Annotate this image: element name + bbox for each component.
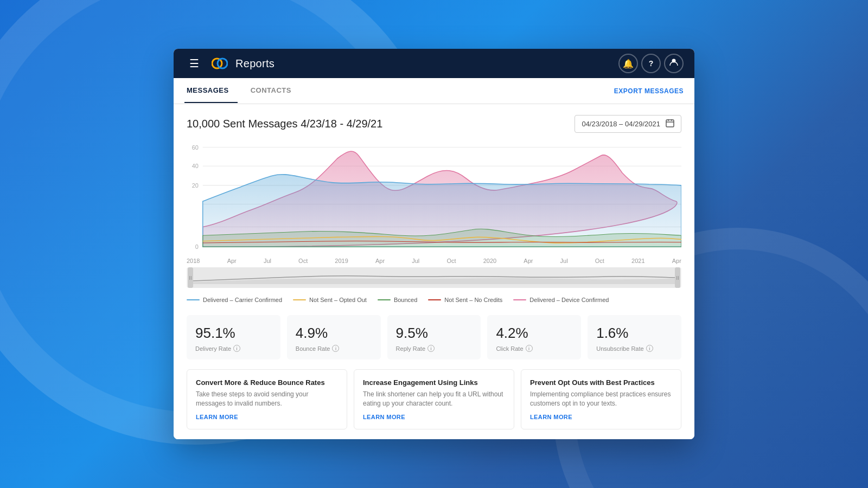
- legend-label-bounced: Bounced: [394, 297, 417, 303]
- chart-title: 10,000 Sent Messages 4/23/18 - 4/29/21: [187, 118, 382, 130]
- user-button[interactable]: [664, 54, 684, 73]
- date-range-picker[interactable]: 04/23/2018 – 04/29/2021: [575, 115, 681, 133]
- chart-svg: 60 40 20 0: [187, 142, 681, 255]
- stat-label-unsubscribe: Unsubscribe Rate i: [596, 345, 673, 352]
- range-handle-left[interactable]: ⏸: [188, 267, 193, 288]
- stat-card-reply: 9.5% Reply Rate i: [387, 315, 481, 359]
- info-card-engagement-title: Increase Engagement Using Links: [363, 378, 505, 387]
- main-content: 10,000 Sent Messages 4/23/18 - 4/29/21 0…: [174, 104, 694, 439]
- stat-label-click: Click Rate i: [496, 345, 572, 352]
- x-axis-labels: 2018 Apr Jul Oct 2019 Apr Jul Oct 2020 A…: [187, 255, 681, 267]
- legend-label-no-credits: Not Sent – No Credits: [444, 297, 502, 303]
- chart-legend: Delivered – Carrier Confirmed Not Sent –…: [187, 294, 681, 305]
- app-title: Reports: [235, 57, 275, 70]
- legend-line-carrier: [187, 299, 200, 300]
- info-card-opt-outs: Prevent Opt Outs with Best Practices Imp…: [521, 369, 681, 429]
- info-card-engagement: Increase Engagement Using Links The link…: [354, 369, 514, 429]
- legend-item-device: Delivered – Device Confirmed: [513, 297, 609, 303]
- stats-row: 95.1% Delivery Rate i 4.9% Bounce Rate i…: [187, 315, 681, 359]
- app-logo: [212, 55, 228, 72]
- unsubscribe-info-icon[interactable]: i: [646, 345, 653, 352]
- stat-card-bounce: 4.9% Bounce Rate i: [287, 315, 381, 359]
- info-card-engagement-link[interactable]: LEARN MORE: [363, 414, 505, 420]
- svg-text:40: 40: [192, 163, 199, 169]
- svg-text:0: 0: [195, 243, 199, 250]
- svg-text:60: 60: [192, 144, 199, 150]
- range-track: [193, 267, 675, 288]
- app-header: ☰ Reports 🔔 ?: [174, 49, 694, 78]
- header-right: 🔔 ?: [618, 54, 684, 73]
- stat-card-delivery: 95.1% Delivery Rate i: [187, 315, 280, 359]
- legend-label-device: Delivered – Device Confirmed: [529, 297, 609, 303]
- info-card-engagement-desc: The link shortener can help you fit a UR…: [363, 390, 505, 408]
- reply-info-icon[interactable]: i: [427, 345, 435, 352]
- notification-button[interactable]: 🔔: [618, 54, 638, 73]
- header-left: ☰ Reports: [184, 54, 275, 73]
- legend-label-carrier: Delivered – Carrier Confirmed: [203, 297, 282, 303]
- range-handle-right[interactable]: ⏸: [675, 267, 680, 288]
- info-card-opt-outs-link[interactable]: LEARN MORE: [530, 414, 672, 420]
- legend-item-bounced: Bounced: [378, 297, 417, 303]
- legend-item-no-credits: Not Sent – No Credits: [428, 297, 502, 303]
- legend-line-no-credits: [428, 299, 441, 300]
- stat-label-delivery: Delivery Rate i: [195, 345, 272, 352]
- chart-container: 60 40 20 0: [187, 142, 681, 255]
- stat-card-click: 4.2% Click Rate i: [487, 315, 581, 359]
- range-slider[interactable]: ⏸ ⏸: [187, 267, 681, 288]
- legend-label-opted-out: Not Sent – Opted Out: [309, 297, 367, 303]
- stat-label-reply: Reply Rate i: [396, 345, 473, 352]
- user-icon: [669, 58, 678, 69]
- hamburger-button[interactable]: ☰: [184, 54, 204, 73]
- info-card-bounce-title: Convert More & Reduce Bounce Rates: [196, 378, 338, 387]
- stat-card-unsubscribe: 1.6% Unsubscribe Rate i: [588, 315, 681, 359]
- info-card-opt-outs-title: Prevent Opt Outs with Best Practices: [530, 378, 672, 387]
- info-card-bounce-desc: Take these steps to avoid sending your m…: [196, 390, 338, 408]
- export-messages-button[interactable]: EXPORT MESSAGES: [614, 87, 684, 95]
- stat-value-bounce: 4.9%: [296, 325, 372, 342]
- click-info-icon[interactable]: i: [526, 345, 533, 352]
- svg-rect-3: [666, 120, 674, 127]
- legend-line-device: [513, 299, 526, 300]
- chart-header: 10,000 Sent Messages 4/23/18 - 4/29/21 0…: [187, 115, 681, 133]
- svg-text:20: 20: [192, 182, 199, 189]
- stat-label-bounce: Bounce Rate i: [296, 345, 372, 352]
- calendar-icon: [666, 119, 674, 129]
- info-card-opt-outs-desc: Implementing compliance best practices e…: [530, 390, 672, 408]
- legend-line-bounced: [378, 299, 391, 300]
- legend-item-opted-out: Not Sent – Opted Out: [293, 297, 367, 303]
- tabs: MESSAGES CONTACTS: [184, 79, 300, 103]
- stat-value-unsubscribe: 1.6%: [596, 325, 673, 342]
- help-icon: ?: [649, 59, 654, 68]
- legend-item-carrier: Delivered – Carrier Confirmed: [187, 297, 282, 303]
- tabs-bar: MESSAGES CONTACTS EXPORT MESSAGES: [174, 78, 694, 104]
- legend-line-opted-out: [293, 299, 306, 300]
- stat-value-click: 4.2%: [496, 325, 572, 342]
- hamburger-icon: ☰: [189, 57, 199, 70]
- info-card-bounce-rates: Convert More & Reduce Bounce Rates Take …: [187, 369, 347, 429]
- tab-contacts[interactable]: CONTACTS: [248, 79, 300, 103]
- info-cards-row: Convert More & Reduce Bounce Rates Take …: [187, 369, 681, 429]
- tab-messages[interactable]: MESSAGES: [184, 79, 238, 103]
- stat-value-reply: 9.5%: [396, 325, 473, 342]
- notification-icon: 🔔: [623, 59, 634, 69]
- help-button[interactable]: ?: [641, 54, 661, 73]
- stat-value-delivery: 95.1%: [195, 325, 272, 342]
- info-card-bounce-link[interactable]: LEARN MORE: [196, 414, 338, 420]
- delivery-info-icon[interactable]: i: [233, 345, 240, 352]
- bounce-info-icon[interactable]: i: [332, 345, 339, 352]
- date-range-text: 04/23/2018 – 04/29/2021: [582, 120, 660, 128]
